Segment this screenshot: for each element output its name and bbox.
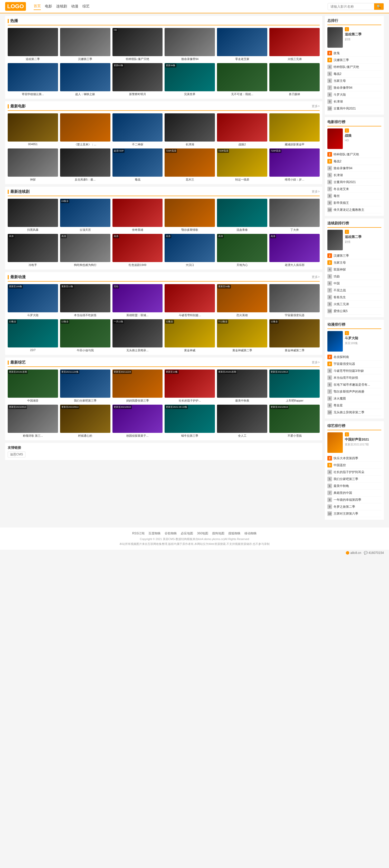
movie-card[interactable]: 更新至12集 本当仙境不吃妖怪 [60,284,110,317]
rank-list-item[interactable]: 4 特种部队:僵尸灭绝 [327,64,381,70]
movie-card[interactable]: 无不可道：我就... [217,63,267,96]
variety-more-link[interactable]: 更多> [312,360,320,365]
rank-list-item[interactable]: 2 特种部队:僵尸灭绝 [327,151,381,158]
movie-card[interactable]: 720P高清 维塔小妞：岁… [269,149,320,182]
movie-card[interactable]: 长津湖 [165,113,215,147]
friend-link-item[interactable]: 迪恩CMS [8,452,25,458]
movie-card[interactable]: 13集全 22/7 [8,319,58,352]
rank-list-item[interactable]: 9 尊皇星 [327,402,381,409]
rank-list-item[interactable]: 10 爱情公寓5 [327,308,381,315]
rank-list-item[interactable]: 10 古董局中局2021 [327,105,381,112]
footer-link[interactable]: RSS订阅 [132,531,145,536]
rank-list-item[interactable]: 6 最美中秋晚 [327,483,381,490]
movie-card[interactable]: 高清 冷枪手 [8,234,58,267]
rank-list-item[interactable]: 8 斗罗大陆 [327,91,381,98]
rank-list-item[interactable]: 10 倚天屠龙记之魔教教主 [327,207,381,213]
anime-top-item[interactable]: 1 斗罗大陆 第至189集 [327,331,381,351]
rank-list-item[interactable]: 3 毒战2 [327,158,381,165]
movie-card[interactable]: 更新至20210915 校园侦探菜菜子... [112,405,163,438]
movie-card[interactable]: 高清 老漂大人俱乐部 [269,234,320,267]
rank-list-item[interactable]: 9 影帝美猫王 [327,199,381,207]
movie-card[interactable]: 更新至20210914 村镇通心的 [60,405,110,438]
rank-list-item[interactable]: 6 当家主母 [327,78,381,84]
nav-home[interactable]: 首页 [34,3,41,10]
rank-list-item[interactable]: 7 致命录像带94 [327,84,381,91]
rank-list-item[interactable]: 6 中国 [327,280,381,287]
rank-list-item[interactable]: 7 不屈之战 [327,287,381,294]
anime-more-link[interactable]: 更多> [312,275,320,279]
footer-link[interactable]: 移动蜘蛛 [245,531,257,536]
rank-list-item[interactable]: 5 毒战2 [327,70,381,78]
footer-link[interactable]: 百度蜘蛛 [148,531,161,536]
rank-list-item[interactable]: 3 宇宙最强变玩器 [327,361,381,368]
rank-list-item[interactable]: 10 无头骑士异闻录第二季 [327,409,381,416]
movie-card[interactable]: 《楚土里来》：... [60,113,110,147]
movie-card[interactable]: 更新至2021-09-18集 蜗牛拉第三季 [165,405,215,438]
rank-list-item[interactable]: 6 古董局中局2021 [327,179,381,186]
rank-list-item[interactable]: 5 功勋 [327,273,381,280]
movie-card[interactable]: T-12集全 黄金神威第二季 [217,319,267,352]
rank-list-item[interactable]: 3 中国遥控 [327,462,381,469]
movie-card[interactable]: 鄂尔多斯情歌 [165,199,215,232]
movie-card[interactable]: 神探 [8,149,58,182]
movie-card[interactable]: 追凶第二季 [8,28,58,61]
rank-list-item[interactable]: 2 名侦探柯南 [327,353,381,361]
rank-list-item[interactable]: 8 冰火魔图 [327,395,381,402]
movie-card[interactable]: 藏城掠影黄金甲 [269,113,320,147]
rank-list-item[interactable]: 8 一年级的幸福第四季 [327,496,381,503]
movie-card[interactable]: 更新至20210913 称颂诗歌 第三... [8,405,58,438]
movie-card[interactable]: 更新至20191首期 最美中秋夜 [217,370,267,403]
rank-list-item[interactable]: 8 毒丝 [327,193,381,199]
rank-list-item[interactable]: 6 在地下城寻求邂逅是否有... [327,381,381,388]
movie-card[interactable]: 传奇英雄 [112,199,163,232]
movie-card[interactable]: 反击风暴5：最... [60,149,110,182]
series-top-item[interactable]: 1 追凶第二季 剧情 [327,230,381,250]
rank-list-item[interactable]: 3 当家主母 [327,259,381,266]
movie-card[interactable]: 战狼2 [217,113,267,147]
rank-list-item[interactable]: 2 快乐大本营第四季 [327,455,381,462]
movie-card[interactable]: 高清 狗吃狗也难为狗行 [60,234,110,267]
movie-card[interactable]: 更新至20191首期 中国湘音 [8,370,58,403]
movie-card[interactable]: 高清 红色追剧1949 [112,234,163,267]
movie-card[interactable]: 12集全 黄金神威第二季 [269,319,320,352]
movie-card[interactable]: 12集全 牛田小佃与我 [60,319,110,352]
movie-card[interactable]: 完结 英雄联盟：双城... [112,284,163,317]
footer-link[interactable]: 360地图 [197,531,208,536]
movie-card[interactable]: 12集全 黄金神威 [165,319,215,352]
movie-card[interactable]: 高清 天地为心 [217,234,267,267]
rank-list-item[interactable]: 4 社长的茄子护护到耳朵 [327,469,381,476]
rank-list-item[interactable]: 5 本当仙境不吃妖怪 [327,374,381,381]
movie-card[interactable]: 不二神探 [112,113,163,147]
movie-card[interactable]: 更新至20211224 妈妈我爱你第三季 [112,370,163,403]
rank-list-item[interactable]: 7 冬去老艾来 [327,186,381,193]
nav-movie[interactable]: 电影 [45,3,52,10]
rank-list-item[interactable]: 9 火线三兄弟 [327,301,381,308]
search-input[interactable] [328,3,374,10]
rank-list-item[interactable]: 7 典籍里的中国 [327,490,381,496]
search-button[interactable]: 🔍 [374,3,384,10]
movie-card[interactable]: 更新至20210919 不爱小雪搞 [269,405,320,438]
movie-card[interactable]: 兽刃森林 [269,63,320,96]
movie-card[interactable]: 全人工 [217,405,267,438]
movie-card[interactable]: 丁大奔 [269,199,320,232]
movie-card[interactable]: 更新至04集 烈火英雄 [217,284,267,317]
movie-card[interactable]: 扫黑风暴 [8,199,58,232]
rank-list-item[interactable]: 8 爸爸先生 [327,294,381,301]
footer-link[interactable]: 谷歌蜘蛛 [165,531,177,536]
movie-card[interactable]: 更新02集 新警察时明月 [112,63,163,96]
movie-card[interactable]: 斗破苍穹特别篇... [165,284,215,317]
variety-top-item[interactable]: 1 中国好声音2021 更新至20211017期 [327,432,381,453]
movie-card[interactable]: 宇宙最强变玩器 [269,284,320,317]
movie-card[interactable]: 高清 大汉口 [165,234,215,267]
footer-link[interactable]: 必应地图 [181,531,193,536]
rank-list-item[interactable]: 4 双面神探 [327,266,381,273]
movie-card[interactable]: 004851 [8,113,58,147]
movie-card[interactable]: 更至20211124集 我们分家吧第三季 [60,370,110,403]
movie-card[interactable]: 更新至14集 社长的茄子护护... [165,370,215,403]
rank-list-item[interactable]: 5 我们分家吧第三季 [327,476,381,483]
movie-card[interactable]: 致命录像带94 [165,28,215,61]
nav-series[interactable]: 连续剧 [56,3,67,10]
movie-card[interactable]: 火线三兄弟 [269,28,320,61]
rank-list-item[interactable]: 4 斗破苍穹特别篇3/补缺 [327,368,381,374]
movie-card[interactable]: 24集全 云顶天宫 [60,199,110,232]
